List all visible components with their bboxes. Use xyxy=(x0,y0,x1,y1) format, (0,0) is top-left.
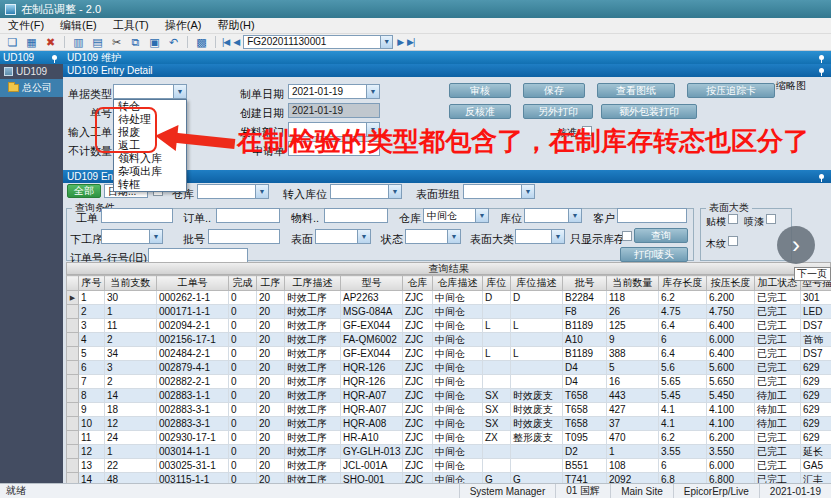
next-page-button[interactable]: › xyxy=(777,226,815,264)
table-cell[interactable]: 20 xyxy=(257,375,285,389)
surface-opt-wood-checkbox[interactable] xyxy=(728,236,738,246)
table-cell[interactable]: 时效工序 xyxy=(285,403,341,417)
table-cell[interactable]: 8 xyxy=(79,389,105,403)
chevron-down-icon[interactable]: ▼ xyxy=(521,185,534,198)
press-card-button[interactable]: 按压追踪卡 xyxy=(687,83,775,98)
table-cell[interactable]: 5.45 xyxy=(659,389,707,403)
table-cell[interactable]: 11 xyxy=(105,319,157,333)
table-cell[interactable]: 002879-4-1 xyxy=(157,361,229,375)
column-header[interactable]: 工单号 xyxy=(157,276,229,291)
chevron-down-icon[interactable]: ▼ xyxy=(447,230,460,243)
table-cell[interactable]: 时效废支 xyxy=(511,417,563,431)
nav-next-icon[interactable]: ▶ xyxy=(397,37,403,47)
table-cell[interactable]: ZJC xyxy=(403,417,433,431)
new-icon[interactable]: ❏ xyxy=(5,36,20,49)
column-header[interactable]: 仓库描述 xyxy=(433,276,483,291)
table-cell[interactable]: L xyxy=(511,347,563,361)
table-cell[interactable]: 002094-2-1 xyxy=(157,319,229,333)
pin-icon[interactable] xyxy=(819,55,824,60)
chevron-down-icon[interactable]: ▼ xyxy=(149,230,162,243)
table-cell[interactable]: 20 xyxy=(257,403,285,417)
table-cell[interactable]: 中间仓 xyxy=(433,333,483,347)
undo-icon[interactable]: ↶ xyxy=(166,36,181,49)
table-cell[interactable]: T658 xyxy=(563,403,607,417)
menu-edit[interactable]: 编辑(E) xyxy=(52,18,105,33)
table-row[interactable]: 534002484-2-1020时效工序GF-EX044ZJC中间仓LLB118… xyxy=(67,347,831,361)
table-cell[interactable]: 14 xyxy=(105,389,157,403)
table-cell[interactable]: 3 xyxy=(79,319,105,333)
table-cell[interactable]: 003025-31-1 xyxy=(157,459,229,473)
entry-warehouse-combo[interactable]: ▼ xyxy=(197,184,269,199)
table-cell[interactable]: 时效工序 xyxy=(285,361,341,375)
table-cell[interactable]: ZJC xyxy=(403,347,433,361)
column-header[interactable]: 完成 xyxy=(229,276,257,291)
order-input[interactable] xyxy=(216,208,280,223)
table-cell[interactable]: 时效工序 xyxy=(285,291,341,305)
table-cell[interactable]: T095 xyxy=(563,431,607,445)
extra-print-button[interactable]: 另外打印 xyxy=(523,104,593,119)
table-cell[interactable]: 6.200 xyxy=(707,291,755,305)
table-row[interactable]: ▶130000262-1-1020时效工序AP2263ZJC中间仓DDB2284… xyxy=(67,291,831,305)
table-cell[interactable]: 18 xyxy=(105,403,157,417)
table-cell[interactable]: ZJC xyxy=(403,319,433,333)
table-cell[interactable]: 中间仓 xyxy=(433,459,483,473)
dropdown-option[interactable]: 转框 xyxy=(114,178,186,191)
table-cell[interactable] xyxy=(483,445,511,459)
order-line-old-input[interactable] xyxy=(148,248,248,263)
column-header[interactable]: 批号 xyxy=(563,276,607,291)
table-cell[interactable]: 0 xyxy=(229,431,257,445)
order-label[interactable]: 订单.. xyxy=(183,211,211,226)
table-cell[interactable]: HQR-A07 xyxy=(341,389,403,403)
table-cell[interactable]: 时效工序 xyxy=(285,319,341,333)
table-cell[interactable]: 0 xyxy=(229,361,257,375)
table-cell[interactable]: 22 xyxy=(105,459,157,473)
sidebar-tree-node-company[interactable]: 总公司 xyxy=(0,79,63,97)
pin-icon[interactable] xyxy=(819,68,824,73)
table-cell[interactable]: 108 xyxy=(607,459,659,473)
table-cell[interactable]: 9 xyxy=(79,403,105,417)
table-cell[interactable]: ZJC xyxy=(403,445,433,459)
table-cell[interactable]: 0 xyxy=(229,347,257,361)
table-cell[interactable]: 0 xyxy=(229,459,257,473)
table-cell[interactable]: D xyxy=(483,291,511,305)
table-cell[interactable]: 5.65 xyxy=(659,375,707,389)
table-cell[interactable]: 20 xyxy=(257,473,285,484)
q-bin-combo[interactable]: ▼ xyxy=(524,208,582,223)
pin-icon[interactable] xyxy=(819,174,824,179)
table-cell[interactable]: 14 xyxy=(79,473,105,484)
table-cell[interactable]: 24 xyxy=(105,431,157,445)
table-cell[interactable]: T658 xyxy=(563,389,607,403)
table-cell[interactable]: 中间仓 xyxy=(433,473,483,484)
column-header[interactable]: 序号 xyxy=(79,276,105,291)
table-cell[interactable]: 002883-3-1 xyxy=(157,403,229,417)
table-cell[interactable]: 443 xyxy=(607,389,659,403)
table-cell[interactable]: 中间仓 xyxy=(433,347,483,361)
extra-pack-print-button[interactable]: 额外包装打印 xyxy=(601,104,697,119)
table-cell[interactable]: B551 xyxy=(563,459,607,473)
row-selector[interactable] xyxy=(67,375,79,389)
table-cell[interactable]: GF-EX044 xyxy=(341,347,403,361)
surface-class-combo[interactable]: ▼ xyxy=(515,229,565,244)
table-cell[interactable]: 2 xyxy=(105,333,157,347)
table-cell[interactable]: ZJC xyxy=(403,459,433,473)
table-cell[interactable]: 629 xyxy=(801,389,831,403)
table-cell[interactable]: 中间仓 xyxy=(433,375,483,389)
table-cell[interactable]: SX xyxy=(483,403,511,417)
table-cell[interactable]: 5.450 xyxy=(707,389,755,403)
table-cell[interactable]: 20 xyxy=(257,291,285,305)
table-cell[interactable]: 0 xyxy=(229,473,257,484)
table-cell[interactable]: 0 xyxy=(229,389,257,403)
table-cell[interactable]: 0 xyxy=(229,333,257,347)
table-cell[interactable]: ZX xyxy=(483,431,511,445)
row-selector[interactable] xyxy=(67,431,79,445)
table-cell[interactable]: 4.750 xyxy=(707,305,755,319)
table-cell[interactable]: 301 xyxy=(801,291,831,305)
batch-input[interactable] xyxy=(208,229,280,244)
table-cell[interactable]: 5.6 xyxy=(659,361,707,375)
table-cell[interactable] xyxy=(483,361,511,375)
table-row[interactable]: 814002883-1-1020时效工序HQR-A07ZJC中间仓SX时效废支T… xyxy=(67,389,831,403)
table-row[interactable]: 1322003025-31-1020时效工序JCL-001AZJC中间仓B551… xyxy=(67,459,831,473)
column-header[interactable]: 库位描述 xyxy=(511,276,563,291)
table-cell[interactable]: ZJC xyxy=(403,291,433,305)
save-button[interactable]: 保存 xyxy=(523,83,585,98)
